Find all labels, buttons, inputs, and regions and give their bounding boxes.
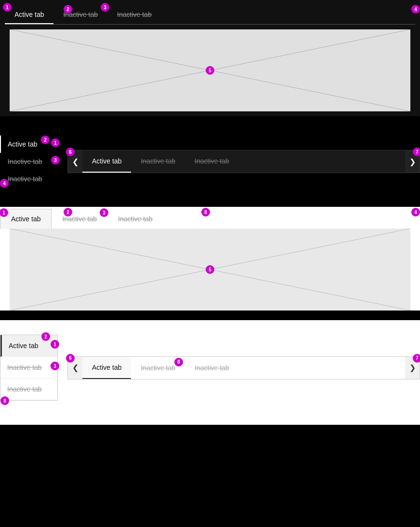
section-dark-horizontal: 1 Active tab 2 3 Inactive tab Inactive t…: [0, 0, 420, 126]
tab-lvert-label-2: Inactive tab: [7, 364, 42, 371]
scroll-light-tab-label-2: Inactive tab: [141, 364, 175, 372]
scroll-tab-inactive-2[interactable]: Inactive tab: [131, 150, 185, 173]
scroll-light-tab-inactive-3[interactable]: Inactive tab: [185, 357, 239, 379]
right-arrow-icon: ❯: [409, 157, 416, 166]
vertical-tabs-dark: 2 1 Active tab 3 Inactive tab Inactive t…: [0, 135, 58, 188]
badge-lvert-2: 2: [41, 332, 50, 341]
badge-vert-1: 1: [51, 138, 60, 147]
tab-vert-inactive-2[interactable]: 3 Inactive tab: [0, 153, 58, 170]
right-arrow-icon-light: ❯: [409, 363, 416, 372]
tab-lvert-label-1: Active tab: [9, 342, 38, 350]
scroll-light-tab-label-3: Inactive tab: [195, 364, 229, 372]
section-light-horizontal: 1 Active tab 2 3 Inactive tab Inactive t…: [0, 207, 420, 311]
tab-light-active-1[interactable]: 1 Active tab: [0, 209, 52, 229]
tab-label-1: Active tab: [14, 11, 44, 18]
tabs-inner-light: Active tab 8 Inactive tab Inactive tab: [82, 357, 405, 379]
scroll-tab-label-2: Inactive tab: [141, 157, 175, 165]
badge-light-4: 4: [411, 208, 420, 216]
tabs-inner-dark: Active tab Inactive tab Inactive tab: [82, 150, 405, 173]
badge-light-5: 5: [206, 265, 214, 274]
badge-scroll-right: 7: [413, 148, 420, 156]
tab-vert-label-2: Inactive tab: [8, 158, 42, 165]
badge-lvert-1: 1: [51, 340, 59, 349]
scroll-tab-active-1[interactable]: Active tab: [82, 150, 131, 173]
tab-lvert-label-3: Inactive tab: [7, 385, 42, 393]
badge-lscroll-8: 8: [174, 358, 183, 366]
scroll-tab-label-3: Inactive tab: [195, 157, 229, 165]
tab-inactive-3[interactable]: Inactive tab: [107, 7, 161, 24]
tab-light-inactive-3[interactable]: Inactive tab: [107, 209, 163, 229]
tab-inactive-2[interactable]: 3 Inactive tab: [53, 7, 107, 24]
image-placeholder-1: 5: [10, 29, 410, 111]
scroll-light-tab-active-1[interactable]: Active tab: [82, 357, 131, 379]
left-arrow-icon: ❮: [72, 157, 79, 166]
badge-lscroll-right: 7: [413, 354, 420, 363]
badge-vert-4: 4: [0, 179, 9, 188]
image-placeholder-2: 5: [10, 229, 410, 311]
scroll-tabs-light: 6 ❮ Active tab 8 Inactive tab Inactive t…: [67, 356, 420, 379]
tab-active-1[interactable]: 1 Active tab: [5, 7, 53, 24]
scroll-tab-inactive-3[interactable]: Inactive tab: [185, 150, 239, 173]
scroll-tab-label-1: Active tab: [92, 157, 121, 165]
tab-light-label-1: Active tab: [11, 215, 40, 223]
scroll-left-arrow-dark[interactable]: 6 ❮: [68, 150, 82, 173]
badge-light-3: 3: [100, 208, 108, 217]
tab-vert-label-1: Active tab: [8, 140, 37, 148]
badge-vert-3: 3: [51, 156, 60, 164]
badge-light-2: 2: [64, 208, 72, 216]
scrollable-tabs-light-container: 6 ❮ Active tab 8 Inactive tab Inactive t…: [67, 335, 420, 401]
scroll-light-tab-inactive-2[interactable]: 8 Inactive tab: [131, 357, 185, 379]
left-arrow-icon-light: ❮: [72, 363, 79, 372]
badge-scroll-left: 6: [66, 148, 75, 156]
tab-lvert-inactive-2[interactable]: 3 Inactive tab: [0, 357, 57, 378]
badge-light-8: 8: [201, 208, 210, 216]
badge-2: 2: [64, 5, 72, 14]
tab-light-inactive-2[interactable]: 3 Inactive tab: [52, 209, 107, 229]
badge-lvert-8: 8: [0, 396, 9, 405]
tab-light-label-3: Inactive tab: [118, 215, 153, 223]
badge-vert-2: 2: [41, 135, 50, 144]
scroll-right-arrow-dark[interactable]: 7 ❯: [405, 150, 420, 173]
scroll-light-tab-label-1: Active tab: [92, 364, 121, 371]
badge-light-1: 1: [0, 208, 8, 217]
badge-4: 4: [411, 5, 420, 14]
scroll-tabs-dark: 6 ❮ Active tab Inactive tab Inactive tab…: [67, 150, 420, 173]
vertical-tabs-light: 2 1 Active tab 3 Inactive tab Inactive t…: [0, 335, 58, 401]
tab-lvert-inactive-3[interactable]: Inactive tab: [0, 378, 57, 400]
section-dark-vertical: 2 1 Active tab 3 Inactive tab Inactive t…: [0, 126, 420, 197]
badge-5: 5: [206, 66, 214, 75]
scroll-left-arrow-light[interactable]: 6 ❮: [68, 357, 82, 379]
badge-1: 1: [3, 3, 12, 12]
badge-lscroll-left: 6: [66, 354, 75, 363]
tab-vert-inactive-3[interactable]: Inactive tab: [0, 170, 58, 188]
badge-lvert-3: 3: [51, 362, 59, 370]
badge-3: 3: [101, 3, 109, 12]
tab-vert-label-3: Inactive tab: [8, 175, 42, 183]
scrollable-tabs-dark-container: 6 ❮ Active tab Inactive tab Inactive tab…: [67, 135, 420, 188]
scroll-right-arrow-light[interactable]: 7 ❯: [405, 357, 420, 379]
tab-label-3: Inactive tab: [117, 11, 152, 18]
section-light-vertical: 2 1 Active tab 3 Inactive tab Inactive t…: [0, 330, 420, 405]
